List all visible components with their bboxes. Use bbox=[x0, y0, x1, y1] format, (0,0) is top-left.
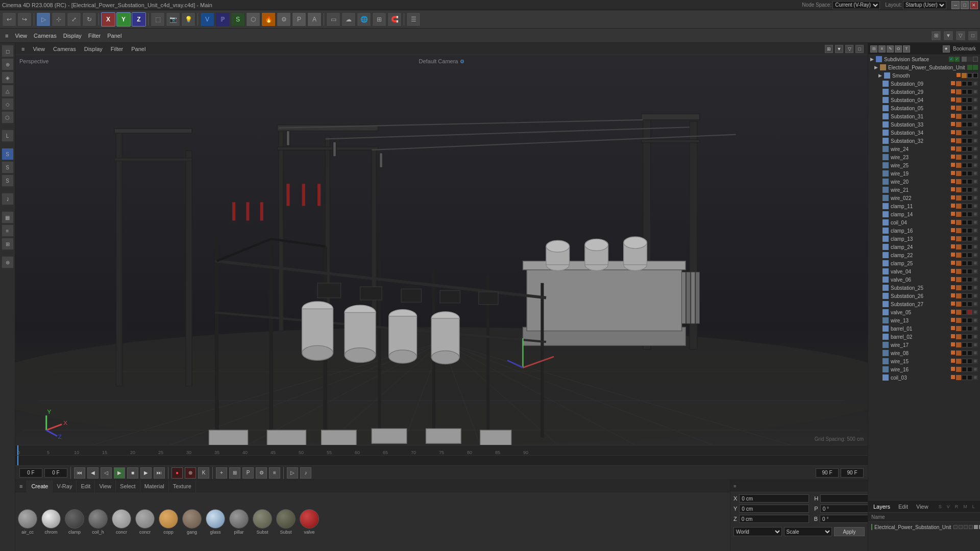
dot1-clamp_25[interactable] bbox=[962, 261, 967, 266]
layer-ctrl-1[interactable] bbox=[953, 525, 958, 529]
btab-edit[interactable]: Edit bbox=[77, 480, 95, 492]
grid-wire_15[interactable]: ⊞ bbox=[973, 359, 978, 364]
dot1-substation_32[interactable] bbox=[962, 138, 967, 143]
vis-barrel_01[interactable] bbox=[956, 326, 961, 331]
material-gang[interactable]: gang bbox=[182, 509, 202, 535]
vis-substation_34[interactable] bbox=[956, 130, 961, 135]
vis-check-subdivision[interactable]: ✓ bbox=[949, 57, 954, 62]
dot1-valve_05[interactable] bbox=[962, 310, 967, 315]
vis-coil_03[interactable] bbox=[956, 375, 961, 380]
mode-button-6[interactable]: ⬡ bbox=[2, 111, 14, 123]
view-icon-1[interactable]: ⊞ bbox=[931, 31, 941, 41]
dot2-substation_31[interactable] bbox=[967, 114, 972, 119]
vis-wire_17[interactable] bbox=[956, 342, 961, 347]
grid-wire_13[interactable]: ⊞ bbox=[973, 318, 978, 323]
view-icon-4[interactable]: □ bbox=[968, 31, 978, 41]
dot1-wire_23[interactable] bbox=[962, 155, 967, 160]
minimize-button[interactable]: ─ bbox=[951, 1, 960, 9]
render-region-button[interactable]: ⬚ bbox=[151, 12, 165, 27]
dot1-substation_05[interactable] bbox=[962, 106, 967, 111]
tb2-panel[interactable]: Panel bbox=[104, 32, 125, 40]
grid-wire_23[interactable]: ⊞ bbox=[973, 155, 978, 160]
dot2-valve_05[interactable] bbox=[967, 310, 972, 315]
layers-tab[interactable]: Layers bbox=[871, 504, 892, 510]
vp-expand[interactable]: ≡ bbox=[19, 46, 27, 52]
dot2-wire_15[interactable] bbox=[967, 359, 972, 364]
vis-barrel_02[interactable] bbox=[956, 334, 961, 339]
hier-item-substation_05[interactable]: Substation_05 ⊞ bbox=[868, 104, 980, 112]
dot1-clamp_14[interactable] bbox=[962, 212, 967, 217]
hier-item-barrel_02[interactable]: barrel_02 ⊞ bbox=[868, 333, 980, 341]
hier-item-clamp_11[interactable]: clamp_11 ⊞ bbox=[868, 202, 980, 210]
auto-key-button[interactable]: ⊛ bbox=[185, 467, 196, 479]
hier-item-wire_17[interactable]: wire_17 ⊞ bbox=[868, 341, 980, 349]
dot2-wire_19[interactable] bbox=[967, 171, 972, 176]
viewport-control-1[interactable]: ⊞ bbox=[825, 45, 833, 53]
material-valve[interactable]: valve bbox=[299, 509, 320, 535]
tb2-cameras[interactable]: Cameras bbox=[31, 32, 60, 40]
dot2-wire_23[interactable] bbox=[967, 155, 972, 160]
hier-item-wire_15[interactable]: wire_15 ⊞ bbox=[868, 357, 980, 365]
dot1-clamp_16[interactable] bbox=[962, 228, 967, 233]
hier-item-substation_29[interactable]: Substation_29 ⊞ bbox=[868, 88, 980, 96]
hier-icon-edit[interactable]: ✎ bbox=[887, 45, 894, 53]
mode-button-3[interactable]: ◈ bbox=[2, 71, 14, 84]
hier-item-substation_27[interactable]: Substation_27 ⊞ bbox=[868, 300, 980, 308]
dot2-wire_08[interactable] bbox=[967, 350, 972, 356]
dot1-wire_20[interactable] bbox=[962, 179, 967, 184]
vis-valve_06[interactable] bbox=[956, 277, 961, 282]
viewport-control-4[interactable]: □ bbox=[855, 45, 864, 53]
fps-input[interactable] bbox=[841, 468, 864, 478]
view-icon-2[interactable]: ▼ bbox=[943, 31, 953, 41]
scale-tool[interactable]: ⤢ bbox=[67, 12, 81, 27]
prev-frame-button[interactable]: ◀ bbox=[87, 467, 99, 479]
vis-check-electrical[interactable] bbox=[967, 65, 972, 70]
vis-wire_13[interactable] bbox=[956, 318, 961, 323]
viewport-control-3[interactable]: ▽ bbox=[845, 45, 853, 53]
hier-item-wire_16[interactable]: wire_16 ⊞ bbox=[868, 365, 980, 373]
vis-valve_04[interactable] bbox=[956, 269, 961, 274]
vis-clamp_22[interactable] bbox=[956, 253, 961, 258]
hier-item-coil_04[interactable]: coil_04 ⊞ bbox=[868, 218, 980, 227]
plugin-icon-3[interactable]: ⚙ bbox=[277, 12, 291, 27]
current-frame-input[interactable] bbox=[44, 468, 67, 478]
mode-button-7[interactable]: L bbox=[2, 130, 14, 142]
hier-item-wire_24[interactable]: wire_24 ⊞ bbox=[868, 145, 980, 153]
layer-item-electrical[interactable]: Electrical_Power_Substation_Unit bbox=[868, 522, 980, 532]
hier-item-substation_26[interactable]: Substation_26 ⊞ bbox=[868, 292, 980, 300]
view-tab[interactable]: View bbox=[914, 504, 930, 510]
dot2-substation_33[interactable] bbox=[967, 122, 972, 127]
animate-btn-5[interactable]: ≡ bbox=[269, 467, 280, 479]
grid-substation_34[interactable]: ⊞ bbox=[973, 130, 978, 135]
rotate-tool[interactable]: ↻ bbox=[82, 12, 96, 27]
mode-button-2[interactable]: ⊕ bbox=[2, 58, 14, 70]
grid-valve_04[interactable]: ⊞ bbox=[973, 269, 978, 274]
hier-item-wire_20[interactable]: wire_20 ⊞ bbox=[868, 178, 980, 186]
redo-button[interactable]: ↪ bbox=[17, 12, 32, 27]
hier-item-clamp_24[interactable]: clamp_24 ⊞ bbox=[868, 243, 980, 251]
grid-clamp_24[interactable]: ⊞ bbox=[973, 244, 978, 249]
btab-texture[interactable]: Texture bbox=[169, 480, 196, 492]
hier-item-wire_23[interactable]: wire_23 ⊞ bbox=[868, 153, 980, 161]
grid-substation_33[interactable]: ⊞ bbox=[973, 122, 978, 127]
play-reverse-button[interactable]: ◁ bbox=[101, 467, 112, 479]
dot2-clamp_11[interactable] bbox=[967, 204, 972, 209]
select-tool[interactable]: ▷ bbox=[36, 12, 51, 27]
hier-item-substation_04[interactable]: Substation_04 ⊞ bbox=[868, 96, 980, 104]
dot2-clamp_13[interactable] bbox=[967, 236, 972, 241]
hier-item-clamp_14[interactable]: clamp_14 ⊞ bbox=[868, 210, 980, 218]
material-glass[interactable]: glass bbox=[205, 509, 226, 535]
dot1-wire_24[interactable] bbox=[962, 146, 967, 152]
grid-wire_022[interactable]: ⊞ bbox=[973, 195, 978, 201]
dot1-wire_19[interactable] bbox=[962, 171, 967, 176]
h-input[interactable] bbox=[820, 494, 868, 503]
material-chrom[interactable]: chrom bbox=[41, 509, 61, 535]
hier-item-subdivision[interactable]: ▶ Subdivision Surface ✓ ✓ bbox=[868, 55, 980, 63]
dot2-coil_03[interactable] bbox=[967, 375, 972, 380]
dot1-substation_29[interactable] bbox=[962, 89, 967, 94]
grid-wire_24[interactable]: ⊞ bbox=[973, 146, 978, 152]
dot2-wire_13[interactable] bbox=[967, 318, 972, 323]
vis-substation_32[interactable] bbox=[956, 138, 961, 143]
p-input[interactable] bbox=[820, 505, 868, 513]
hier-item-substation_33[interactable]: Substation_33 ⊞ bbox=[868, 120, 980, 129]
